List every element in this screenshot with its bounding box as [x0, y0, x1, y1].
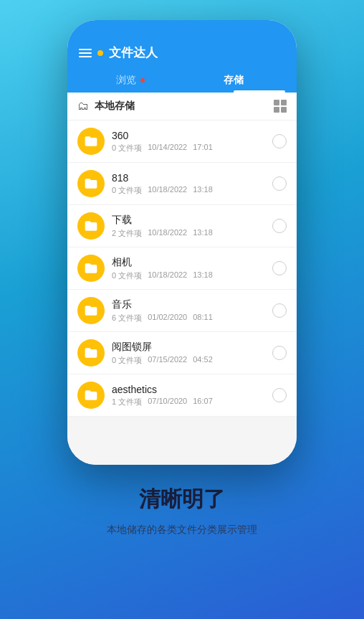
- grid-view-icon[interactable]: [274, 100, 287, 113]
- folder-icon: [77, 382, 105, 409]
- select-radio[interactable]: [272, 134, 287, 148]
- list-item[interactable]: 阅图锁屏 0 文件项 07/15/2022 04:52: [67, 332, 297, 374]
- file-info: 下载 2 文件项 10/18/2022 13:18: [112, 214, 265, 239]
- tab-indicator: [234, 90, 285, 93]
- list-item[interactable]: 音乐 6 文件项 01/02/2020 08:11: [67, 290, 297, 332]
- folder-icon: [77, 212, 105, 240]
- file-info: 818 0 文件项 10/18/2022 13:18: [112, 172, 265, 196]
- tab-bar: 浏览 存储: [79, 68, 285, 93]
- storage-icon: 🗂: [77, 100, 89, 113]
- app-title: 文件达人: [109, 44, 158, 61]
- status-dot: [97, 50, 103, 56]
- select-radio[interactable]: [272, 176, 287, 191]
- list-item[interactable]: 818 0 文件项 10/18/2022 13:18: [67, 163, 297, 205]
- folder-icon: [77, 339, 105, 367]
- folder-icon: [77, 170, 105, 197]
- select-radio[interactable]: [272, 346, 287, 360]
- bottom-headline: 清晰明了: [107, 485, 257, 514]
- menu-icon[interactable]: [79, 49, 92, 57]
- list-item[interactable]: 360 0 文件项 10/14/2022 17:01: [67, 121, 297, 163]
- file-info: 音乐 6 文件项 01/02/2020 08:11: [112, 298, 265, 323]
- storage-title: 本地存储: [95, 100, 135, 113]
- select-radio[interactable]: [272, 219, 287, 233]
- status-bar: [67, 20, 297, 40]
- folder-icon: [77, 128, 105, 155]
- file-info: 相机 0 文件项 10/18/2022 13:18: [112, 256, 265, 281]
- select-radio[interactable]: [272, 303, 287, 318]
- content-area: 🗂 本地存储 360 0 文件项 10/14/2022 17:01: [67, 93, 297, 465]
- select-radio[interactable]: [272, 388, 287, 402]
- list-item[interactable]: 相机 0 文件项 10/18/2022 13:18: [67, 247, 297, 290]
- select-radio[interactable]: [272, 261, 287, 275]
- folder-icon: [77, 255, 105, 282]
- folder-icon: [77, 297, 105, 324]
- storage-header: 🗂 本地存储: [67, 93, 297, 121]
- file-info: 阅图锁屏 0 文件项 07/15/2022 04:52: [112, 341, 265, 366]
- tab-browse[interactable]: 浏览: [79, 68, 182, 93]
- list-item[interactable]: aesthetics 1 文件项 07/10/2020 16:07: [67, 374, 297, 417]
- file-info: 360 0 文件项 10/14/2022 17:01: [112, 130, 265, 153]
- file-info: aesthetics 1 文件项 07/10/2020 16:07: [112, 384, 265, 407]
- phone-frame: 文件达人 浏览 存储 🗂 本地存储: [67, 20, 297, 465]
- file-list: 360 0 文件项 10/14/2022 17:01 818 0: [67, 121, 297, 465]
- tab-dot: [140, 78, 145, 82]
- bottom-description: 本地储存的各类文件分类展示管理: [107, 521, 257, 537]
- list-item[interactable]: 下载 2 文件项 10/18/2022 13:18: [67, 205, 297, 247]
- tab-storage[interactable]: 存储: [182, 68, 285, 93]
- app-header: 文件达人 浏览 存储: [67, 40, 297, 93]
- bottom-section: 清晰明了 本地储存的各类文件分类展示管理: [85, 465, 279, 544]
